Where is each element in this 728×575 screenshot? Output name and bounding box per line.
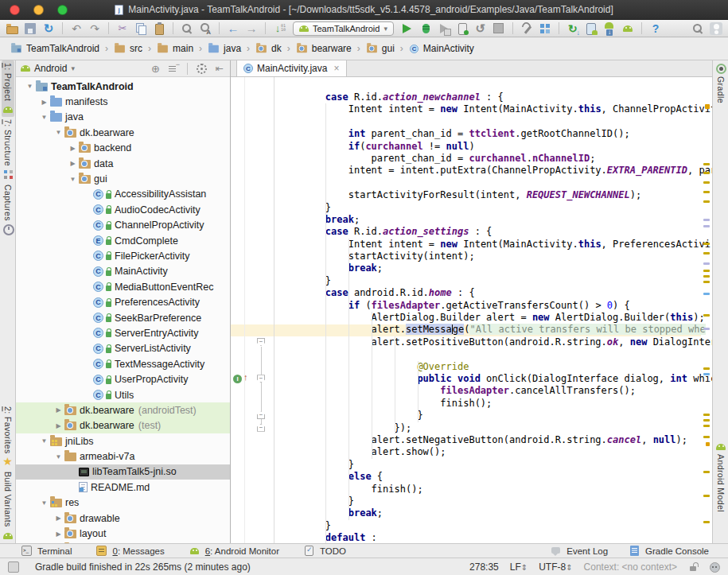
expander-icon[interactable]: ▼ [53, 129, 64, 136]
breadcrumb-teamtalkandroid[interactable]: TeamTalkAndroid [8, 42, 102, 55]
code-line[interactable]: default : [279, 532, 712, 543]
caret-position[interactable]: 278:35 [469, 561, 499, 573]
code-line[interactable]: alert.show(); [279, 446, 712, 458]
paste-icon[interactable] [152, 21, 166, 36]
code-line[interactable]: public void onClick(DialogInterface dial… [279, 373, 712, 385]
expander-icon[interactable]: ▶ [38, 99, 50, 106]
find-icon[interactable] [180, 21, 194, 36]
breadcrumb-dk[interactable]: dk [253, 42, 284, 55]
code-line[interactable]: } [279, 520, 712, 532]
code-line[interactable]: } [279, 459, 712, 471]
tree-item-teamtalkandroid[interactable]: ▼TeamTalkAndroid [16, 79, 230, 94]
expander-icon[interactable]: ▶ [53, 422, 64, 429]
stripe-mark[interactable] [703, 172, 710, 174]
stripe-mark[interactable] [703, 293, 710, 295]
stripe-mark[interactable] [703, 367, 710, 370]
stripe-mark[interactable] [703, 200, 710, 203]
code-line[interactable]: Intent intent = new Intent(MainActivity.… [279, 103, 712, 115]
breadcrumb-main[interactable]: main [154, 42, 196, 55]
project-view-selector[interactable]: Android ▾ [21, 63, 75, 74]
code-line[interactable]: alert.setNegativeButton(android.R.string… [279, 434, 712, 446]
code-line[interactable]: break; [279, 214, 712, 226]
run-device-icon[interactable] [584, 21, 598, 36]
locate-file-button[interactable] [150, 63, 162, 75]
stripe-mark[interactable] [703, 521, 710, 523]
expander-icon[interactable]: ▼ [38, 114, 50, 121]
tree-item-drawable[interactable]: ▶drawable [16, 511, 230, 526]
minimize-window-button[interactable] [33, 5, 44, 15]
tree-item-java[interactable]: ▼java [16, 110, 230, 125]
stripe-mark[interactable] [703, 181, 710, 184]
breadcrumb-mainactivity[interactable]: CMainActivity [407, 42, 477, 55]
tool-button-7-structure[interactable]: 7: Structure [2, 117, 14, 182]
context-indicator[interactable]: Context: <no context> [584, 561, 677, 573]
stripe-mark[interactable] [703, 281, 710, 283]
expander-icon[interactable]: ▶ [53, 530, 64, 538]
sync-icon[interactable] [41, 21, 56, 36]
code-line[interactable]: startActivityForResult(intent, REQUEST_N… [279, 189, 712, 201]
stripe-mark[interactable] [703, 219, 710, 221]
attach-debugger-icon[interactable] [455, 21, 469, 36]
tree-item-accessibilityassistan[interactable]: CAccessibilityAssistan [16, 187, 230, 202]
breadcrumb-gui[interactable]: gui [364, 42, 397, 55]
hector-inspections-icon[interactable] [709, 561, 720, 573]
tree-item-gui[interactable]: ▼gui [16, 171, 230, 186]
code-line[interactable]: startActivity(intent); [279, 251, 712, 262]
tree-item-data[interactable]: ▶data [16, 156, 230, 171]
code-line[interactable] [279, 116, 712, 128]
encoding-select[interactable]: UTF-8⇕ [539, 561, 572, 573]
code-line[interactable]: if (filesAdapter.getActiveTransfersCount… [279, 300, 712, 312]
tree-item-seekbarpreference[interactable]: CSeekBarPreference [16, 310, 230, 325]
tree-item-serverlistactivity[interactable]: CServerListActivity [16, 341, 230, 356]
tree-item-preferencesactivity[interactable]: CPreferencesActivity [16, 294, 230, 309]
sdk-manager-icon[interactable] [602, 21, 617, 36]
tree-item-menu[interactable]: ▶menu [16, 542, 230, 543]
expander-icon[interactable]: ▼ [67, 176, 79, 183]
tree-item-filepickeractivity[interactable]: CFilePickerActivity [16, 248, 230, 263]
unlock-icon[interactable] [688, 561, 698, 572]
run-config-select[interactable]: TeamTalkAndroid▾ [293, 21, 394, 36]
editor-gutter[interactable]: −−−−I↑ [231, 77, 274, 543]
expander-icon[interactable]: ▼ [53, 453, 64, 460]
stripe-mark[interactable] [703, 252, 710, 254]
code-line[interactable]: case android.R.id.home : { [279, 287, 712, 299]
copy-icon[interactable] [134, 21, 148, 36]
tool-button-captures[interactable]: Captures [2, 182, 14, 237]
hide-panel-button[interactable] [213, 63, 225, 75]
tool-window-button-0-messages[interactable]: 0: Messages [95, 545, 164, 557]
code-line[interactable]: else { [279, 471, 712, 483]
fold-marker-icon[interactable]: − [257, 411, 265, 419]
restart-icon[interactable] [473, 21, 488, 36]
code-line[interactable]: } [279, 495, 712, 507]
breadcrumb-java[interactable]: java [205, 42, 243, 55]
code-line[interactable]: int parent_chan_id = ttclient.getRootCha… [279, 128, 712, 140]
tool-window-button-gradle-console[interactable]: Gradle Console [629, 545, 709, 557]
code-line[interactable]: }); [279, 422, 712, 434]
expander-icon[interactable]: ▶ [53, 406, 64, 414]
tree-item-utils[interactable]: CUtils [16, 387, 230, 402]
coverage-icon[interactable] [437, 21, 451, 36]
editor[interactable]: −−−−I↑ case R.id.action_newchannel : { I… [231, 77, 712, 543]
background-tasks-icon[interactable] [8, 561, 19, 573]
tree-item-layout[interactable]: ▶layout [16, 526, 230, 541]
tool-button-gradle[interactable]: Gradle [714, 60, 727, 106]
code-line[interactable]: case R.id.action_newchannel : { [279, 91, 712, 103]
stripe-mark[interactable] [703, 471, 710, 473]
code-line[interactable]: AlertDialog.Builder alert = new AlertDia… [279, 312, 712, 324]
stripe-mark[interactable] [703, 314, 710, 317]
tree-item-dk-bearware[interactable]: ▶dk.bearware(androidTest) [16, 402, 230, 418]
stripe-mark[interactable] [703, 163, 710, 165]
zoom-window-button[interactable] [57, 5, 68, 15]
settings-wrench-icon[interactable] [520, 21, 534, 36]
line-ending-select[interactable]: LF⇕ [510, 561, 528, 573]
fold-marker-icon[interactable]: − [257, 375, 265, 383]
help-icon[interactable] [648, 21, 663, 36]
tool-button-2-favorites[interactable]: 2: Favorites [2, 404, 14, 470]
expander-icon[interactable]: ▼ [24, 83, 36, 90]
tree-item-dk-bearware[interactable]: ▶dk.bearware(test) [16, 418, 230, 433]
tree-item-dk-bearware[interactable]: ▼dk.bearware [16, 125, 230, 140]
code-line[interactable]: } [279, 275, 712, 287]
gear-icon[interactable] [196, 63, 208, 75]
tree-item-mediabuttoneventrec[interactable]: CMediaButtonEventRec [16, 279, 230, 294]
implements-method-icon[interactable]: I [233, 375, 242, 383]
